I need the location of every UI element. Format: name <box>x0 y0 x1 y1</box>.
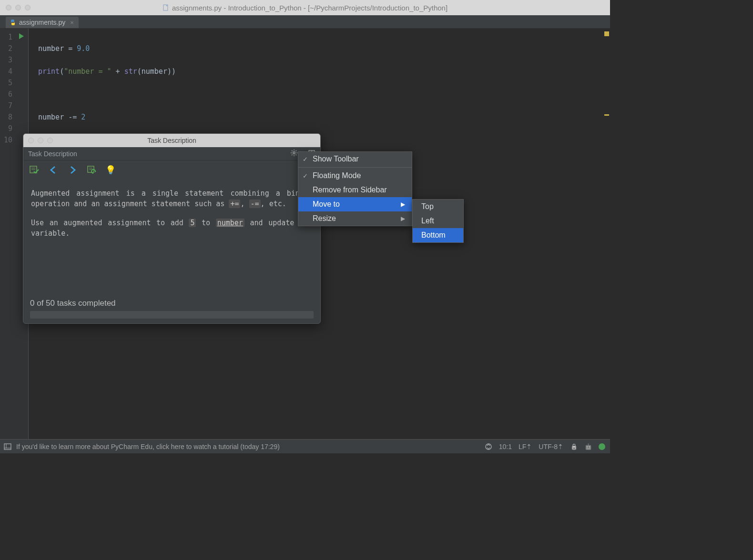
svg-line-9 <box>292 155 293 156</box>
popup-header: Task Description ▾ <box>23 147 320 160</box>
check-task-icon[interactable] <box>29 165 40 175</box>
python-file-icon <box>10 19 16 26</box>
menu-resize[interactable]: Resize▶ <box>298 211 412 226</box>
traffic-lights <box>0 5 31 10</box>
line-number: 7 <box>0 100 29 111</box>
error-stripe[interactable] <box>603 29 610 439</box>
warning-indicator[interactable] <box>604 31 609 36</box>
status-bar: If you'd like to learn more about PyChar… <box>0 439 610 453</box>
line-separator[interactable]: LF⇡ <box>519 443 532 450</box>
file-icon <box>163 4 169 11</box>
line-number: 8 <box>0 111 29 123</box>
menu-move-top[interactable]: Top <box>413 200 463 214</box>
line-number: 9 <box>0 123 29 134</box>
line-number: 2 <box>0 43 29 54</box>
window-minimize-button[interactable] <box>15 5 21 10</box>
line-number: 3 <box>0 54 29 66</box>
cursor-position[interactable]: 10:1 <box>499 443 512 450</box>
run-gutter-icon[interactable] <box>18 31 25 43</box>
svg-line-7 <box>292 150 293 151</box>
line-number: 5 <box>0 77 29 89</box>
menu-remove-sidebar[interactable]: Remove from Sidebar <box>298 183 412 197</box>
close-icon[interactable]: × <box>70 19 74 26</box>
svg-line-10 <box>296 150 297 151</box>
window-title-text: assignments.py - Introduction_to_Python … <box>172 4 448 12</box>
popup-titlebar[interactable]: Task Description <box>23 134 320 147</box>
popup-close-button[interactable] <box>28 138 34 143</box>
window-close-button[interactable] <box>6 5 11 10</box>
editor-tabs: assignments.py × <box>0 15 610 29</box>
menu-show-toolbar[interactable]: Show Toolbar <box>298 152 412 166</box>
window-titlebar: assignments.py - Introduction_to_Python … <box>0 0 610 15</box>
tool-windows-icon[interactable] <box>4 443 11 450</box>
lock-icon[interactable] <box>570 443 578 450</box>
reset-task-icon[interactable] <box>86 165 97 175</box>
move-to-submenu: Top Left Bottom <box>412 199 464 243</box>
svg-point-2 <box>293 152 295 154</box>
svg-line-8 <box>296 155 297 156</box>
popup-minimize-button[interactable] <box>38 138 43 143</box>
popup-zoom-button[interactable] <box>47 138 53 143</box>
gear-icon[interactable] <box>290 149 298 158</box>
warning-marker[interactable] <box>604 114 609 116</box>
menu-move-bottom[interactable]: Bottom <box>413 228 463 242</box>
progress-bar <box>30 311 314 319</box>
menu-separator <box>298 167 412 168</box>
status-message[interactable]: If you'd like to learn more about PyChar… <box>16 443 280 450</box>
gear-context-menu: Show Toolbar Floating Mode Remove from S… <box>298 151 412 226</box>
progress-label: 0 of 50 tasks completed <box>30 299 314 308</box>
window-title: assignments.py - Introduction_to_Python … <box>163 4 448 12</box>
menu-move-left[interactable]: Left <box>413 214 463 228</box>
task-toolbar: 💡 <box>23 160 320 180</box>
line-number: 4 <box>0 66 29 77</box>
line-number: 6 <box>0 89 29 100</box>
menu-move-to[interactable]: Move to▶ <box>298 197 412 211</box>
popup-title: Task Description <box>147 137 196 144</box>
hint-icon[interactable]: 💡 <box>105 165 116 175</box>
file-encoding[interactable]: UTF-8⇡ <box>539 443 563 450</box>
svg-marker-1 <box>19 33 24 39</box>
chevron-right-icon: ▶ <box>401 201 405 208</box>
inspector-icon[interactable] <box>584 443 592 450</box>
status-indicator-icon[interactable] <box>599 443 605 450</box>
task-progress: 0 of 50 tasks completed <box>30 299 314 319</box>
chevron-right-icon: ▶ <box>401 215 405 222</box>
sync-icon[interactable] <box>485 443 492 450</box>
tab-assignments[interactable]: assignments.py × <box>6 17 79 28</box>
next-task-icon[interactable] <box>67 165 78 175</box>
prev-task-icon[interactable] <box>48 165 59 175</box>
popup-header-label: Task Description <box>28 150 77 158</box>
window-zoom-button[interactable] <box>25 5 31 10</box>
svg-rect-20 <box>4 444 11 450</box>
menu-floating-mode[interactable]: Floating Mode <box>298 169 412 183</box>
task-body: Augmented assignment is a single stateme… <box>23 180 320 300</box>
tab-label: assignments.py <box>19 19 65 26</box>
task-description-panel: Task Description Task Description ▾ 💡 A <box>23 133 321 324</box>
